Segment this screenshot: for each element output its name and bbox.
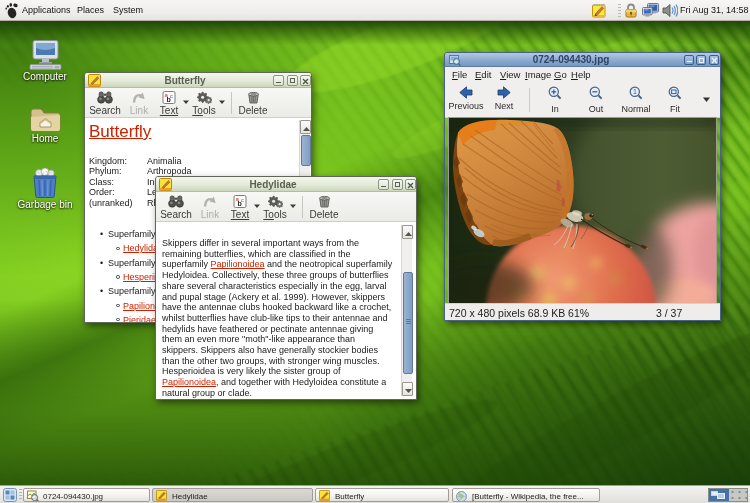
svg-text:b: b (238, 200, 242, 207)
svg-text:b: b (167, 96, 171, 103)
svg-text:1: 1 (633, 88, 637, 95)
